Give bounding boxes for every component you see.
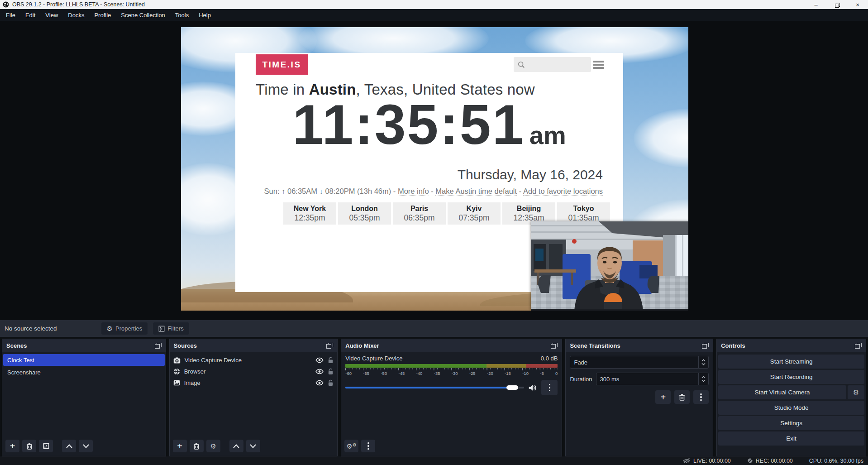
mixer-channel-menu-button[interactable] <box>541 380 558 395</box>
transition-select-arrows[interactable] <box>698 356 708 368</box>
restore-button[interactable] <box>826 0 847 9</box>
controls-header[interactable]: Controls <box>717 339 866 352</box>
controls-panel: Controls Start Streaming Start Recording… <box>716 339 866 456</box>
advanced-audio-button[interactable]: ⚙⚙ <box>344 440 358 452</box>
audio-mixer-title: Audio Mixer <box>345 342 551 349</box>
title-bar: OBS 29.1.2 - Profile: LLHLS BETA - Scene… <box>0 0 868 9</box>
start-streaming-button[interactable]: Start Streaming <box>718 355 864 369</box>
studio-mode-button[interactable]: Studio Mode <box>718 401 864 415</box>
exit-button[interactable]: Exit <box>718 431 864 446</box>
menu-file[interactable]: File <box>1 9 20 21</box>
status-bar: LIVE: 00:00:00 REC: 00:00:00 CPU: 0.6%, … <box>0 456 868 465</box>
image-icon <box>173 380 180 386</box>
popout-icon[interactable] <box>702 343 709 349</box>
visibility-eye-icon[interactable] <box>315 369 324 374</box>
menu-bar: File Edit View Docks Profile Scene Colle… <box>0 9 868 21</box>
webcam-video-source[interactable] <box>531 221 688 311</box>
volume-meter <box>345 364 558 368</box>
duration-spin-arrows[interactable] <box>698 373 708 385</box>
remove-source-button[interactable] <box>190 440 204 452</box>
remove-transition-button[interactable] <box>674 390 690 404</box>
move-scene-up-button[interactable] <box>62 440 76 452</box>
city-card-paris[interactable]: Paris06:35pm <box>393 202 446 225</box>
visibility-eye-icon[interactable] <box>315 357 324 363</box>
source-item-image[interactable]: Image <box>170 377 338 388</box>
popout-icon[interactable] <box>551 343 558 349</box>
mixer-channel-name: Video Capture Device <box>345 355 541 362</box>
timeis-clock: 11:35:51am <box>235 96 623 153</box>
timeis-search-box[interactable] <box>514 57 591 72</box>
hamburger-menu-icon[interactable] <box>593 60 604 70</box>
popout-icon[interactable] <box>155 343 162 349</box>
duration-spinbox[interactable]: 300 ms <box>596 373 709 385</box>
scene-filters-button[interactable] <box>39 440 53 452</box>
start-virtual-camera-button[interactable]: Start Virtual Camera <box>718 385 846 399</box>
move-source-up-button[interactable] <box>229 440 243 452</box>
lock-icon[interactable] <box>328 379 334 386</box>
city-card-kyiv[interactable]: Kyiv07:35pm <box>448 202 501 225</box>
source-item-video-capture[interactable]: Video Capture Device <box>170 355 338 366</box>
scenes-title: Scenes <box>6 342 155 349</box>
source-item-browser[interactable]: Browser <box>170 366 338 377</box>
city-card-newyork[interactable]: New York12:35pm <box>283 202 336 225</box>
meter-tick-marks <box>345 368 558 370</box>
webcam-scene <box>531 221 688 311</box>
chevron-up-icon <box>66 444 72 448</box>
scene-item-clock-test[interactable]: Clock Test <box>3 354 165 366</box>
volume-slider[interactable] <box>345 385 524 390</box>
kebab-icon <box>367 442 369 450</box>
move-scene-down-button[interactable] <box>79 440 93 452</box>
popout-icon[interactable] <box>326 343 333 349</box>
lock-icon[interactable] <box>328 368 334 375</box>
make-default-link[interactable]: Make Austin time default <box>435 187 517 196</box>
sources-header[interactable]: Sources <box>170 339 338 352</box>
popout-icon[interactable] <box>855 343 862 349</box>
audio-mixer-header[interactable]: Audio Mixer <box>341 339 562 352</box>
menu-docks[interactable]: Docks <box>63 9 89 21</box>
duration-value: 300 ms <box>596 376 699 383</box>
virtual-camera-settings-button[interactable]: ⚙ <box>848 385 864 399</box>
scenes-toolbar: + <box>2 437 166 456</box>
close-button[interactable]: × <box>847 0 868 9</box>
lock-icon[interactable] <box>328 357 334 364</box>
move-source-down-button[interactable] <box>246 440 260 452</box>
source-properties-button[interactable]: ⚙ <box>206 440 220 452</box>
more-info-link[interactable]: More info <box>398 187 429 196</box>
chevron-up-icon <box>701 359 706 362</box>
chevron-down-icon <box>701 363 706 365</box>
transition-properties-button[interactable] <box>693 390 709 404</box>
mixer-toolbar: ⚙⚙ <box>341 437 562 456</box>
visibility-eye-icon[interactable] <box>315 380 324 386</box>
record-inactive-icon <box>747 458 753 464</box>
speaker-icon[interactable] <box>528 384 537 392</box>
menu-edit[interactable]: Edit <box>20 9 40 21</box>
menu-scene-collection[interactable]: Scene Collection <box>116 9 170 21</box>
menu-view[interactable]: View <box>40 9 63 21</box>
volume-slider-handle[interactable] <box>506 385 518 390</box>
kebab-icon <box>549 384 551 392</box>
settings-button[interactable]: Settings <box>718 416 864 430</box>
scene-item-screenshare[interactable]: Screenshare <box>3 366 165 378</box>
menu-help[interactable]: Help <box>194 9 216 21</box>
obs-logo-icon <box>3 1 9 8</box>
add-scene-button[interactable]: + <box>5 440 19 452</box>
scene-canvas[interactable]: TIME.IS Time in Austin, Texas, United St… <box>181 27 688 311</box>
preview-area[interactable]: TIME.IS Time in Austin, Texas, United St… <box>0 21 868 320</box>
chevron-down-icon <box>250 444 256 448</box>
scenes-header[interactable]: Scenes <box>2 339 166 352</box>
gear-icon: ⚙ <box>853 389 859 396</box>
minimize-button[interactable]: – <box>806 0 826 9</box>
transitions-header[interactable]: Scene Transitions <box>566 339 713 352</box>
filters-button[interactable]: Filters <box>153 322 189 335</box>
city-card-london[interactable]: London05:35pm <box>338 202 391 225</box>
add-favorite-link[interactable]: Add to favorite locations <box>523 187 603 196</box>
mixer-menu-button[interactable] <box>361 440 375 452</box>
menu-tools[interactable]: Tools <box>170 9 194 21</box>
start-recording-button[interactable]: Start Recording <box>718 370 864 384</box>
menu-profile[interactable]: Profile <box>89 9 116 21</box>
transition-select[interactable]: Fade <box>570 356 709 369</box>
remove-scene-button[interactable] <box>22 440 36 452</box>
properties-button[interactable]: ⚙ Properties <box>101 322 148 335</box>
add-transition-button[interactable]: + <box>655 390 671 404</box>
add-source-button[interactable]: + <box>173 440 187 452</box>
